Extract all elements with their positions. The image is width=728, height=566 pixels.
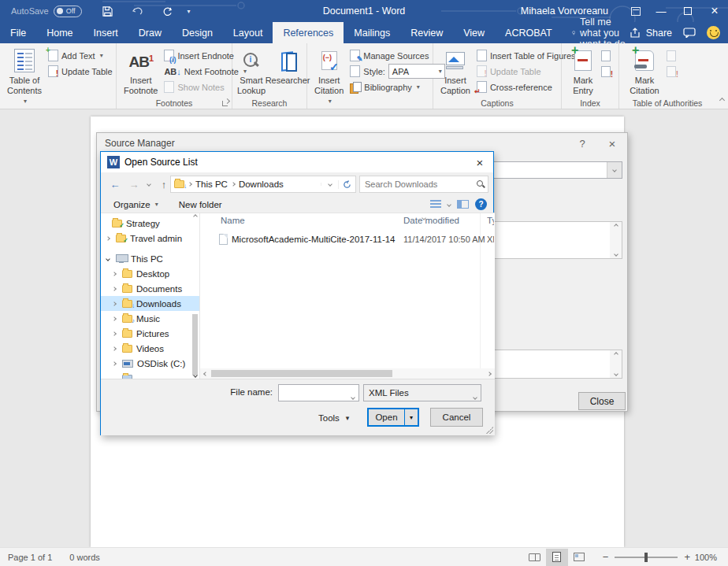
file-name-combobox[interactable] — [278, 384, 359, 401]
update-table-button[interactable]: ! Update Table — [46, 65, 115, 78]
comments-icon[interactable] — [683, 28, 696, 38]
expand-chevron-icon[interactable] — [112, 272, 117, 276]
tab-mailings[interactable]: Mailings — [344, 22, 400, 43]
source-manager-close-button[interactable]: × — [597, 137, 627, 150]
researcher-button[interactable]: Researcher — [269, 46, 306, 98]
insert-table-of-authorities-icon[interactable] — [667, 50, 676, 61]
search-icon[interactable] — [477, 180, 485, 188]
new-folder-button[interactable]: New folder — [179, 200, 222, 209]
zoom-slider[interactable] — [615, 557, 678, 558]
print-layout-button[interactable] — [546, 549, 568, 566]
file-row[interactable]: MicrosoftAcademic-MultiCite-2017-11-14 1… — [200, 232, 495, 246]
open-dropdown-button[interactable]: ▾ — [404, 409, 418, 425]
breadcrumb-this-pc[interactable]: This PC — [195, 179, 228, 189]
share-button[interactable]: Share — [630, 28, 672, 39]
web-layout-button[interactable] — [568, 549, 590, 566]
nav-item-osdisk[interactable]: OSDisk (C:) — [101, 356, 199, 371]
mark-citation-button[interactable]: Mark Citation — [624, 46, 665, 98]
add-text-button[interactable]: + Add Text▾ — [46, 49, 115, 62]
file-type-combobox[interactable]: XML Files — [363, 384, 481, 401]
recent-locations-caret[interactable] — [143, 183, 154, 186]
smart-lookup-button[interactable]: Smart Lookup — [235, 46, 268, 98]
preview-pane-icon[interactable] — [457, 200, 469, 209]
table-of-contents-button[interactable]: Table of Contents▾ — [5, 46, 44, 108]
zoom-slider-thumb[interactable] — [644, 553, 648, 562]
back-button[interactable]: ← — [106, 176, 124, 193]
organize-button[interactable]: Organize ▾ — [113, 200, 158, 209]
column-header-date-modified[interactable]: Date modified — [403, 216, 459, 225]
preview-scrollbar[interactable] — [610, 350, 622, 378]
expand-chevron-icon[interactable] — [106, 236, 110, 241]
feedback-smiley-icon[interactable] — [707, 26, 720, 39]
nav-item-pictures[interactable]: Pictures — [101, 326, 199, 341]
manage-sources-button[interactable]: ✎ Manage Sources — [347, 49, 448, 62]
nav-item-documents[interactable]: Documents — [101, 281, 199, 296]
tell-me-box[interactable]: Tell me what you want to do — [572, 22, 630, 43]
forward-button[interactable]: → — [124, 176, 143, 193]
search-input[interactable] — [360, 179, 477, 189]
zoom-level[interactable]: 100% — [690, 553, 717, 562]
insert-footnote-button[interactable]: AB1 Insert Footnote — [121, 46, 160, 98]
ribbon-display-options-button[interactable] — [624, 0, 648, 22]
close-window-button[interactable]: × — [701, 0, 728, 22]
nav-item-videos[interactable]: Videos — [101, 341, 199, 356]
cancel-button[interactable]: Cancel — [430, 408, 483, 427]
sidebar-scrollbar-thumb[interactable] — [192, 314, 198, 375]
tab-design[interactable]: Design — [172, 22, 223, 43]
expand-chevron-icon[interactable] — [112, 346, 117, 351]
maximize-button[interactable] — [674, 0, 701, 22]
resize-grip[interactable] — [486, 427, 493, 434]
tab-acrobat[interactable]: ACROBAT — [495, 22, 563, 43]
read-mode-button[interactable] — [524, 549, 546, 566]
nav-item-this-pc[interactable]: This PC — [101, 251, 199, 266]
word-count[interactable]: 0 words — [69, 553, 100, 562]
customize-qat-caret[interactable]: ▾ — [188, 8, 191, 15]
address-dropdown-button[interactable] — [321, 183, 338, 186]
source-manager-help-button[interactable]: ? — [567, 138, 597, 150]
nav-item-desktop[interactable]: Desktop — [101, 266, 199, 281]
tools-button[interactable]: Tools ▾ — [318, 409, 349, 427]
column-header-type[interactable]: Type — [487, 216, 494, 225]
bibliography-button[interactable]: Bibliography▾ — [347, 80, 448, 94]
current-list-scrollbar[interactable] — [610, 222, 622, 258]
horizontal-scrollbar-thumb[interactable] — [211, 370, 392, 377]
zoom-in-button[interactable]: + — [684, 551, 690, 563]
tab-references[interactable]: References — [273, 22, 344, 43]
undo-button[interactable] — [126, 2, 150, 20]
tab-view[interactable]: View — [453, 22, 495, 43]
view-dropdown-caret[interactable] — [447, 202, 451, 207]
file-name-input[interactable] — [279, 385, 342, 401]
source-manager-close-dialog-button[interactable]: Close — [578, 392, 626, 410]
autosave-toggle[interactable]: Off — [54, 6, 82, 17]
expand-chevron-icon[interactable] — [112, 316, 117, 321]
expand-chevron-icon[interactable] — [112, 361, 117, 366]
redo-button[interactable] — [156, 2, 180, 20]
nav-item-downloads[interactable]: ↓ Downloads — [101, 296, 199, 311]
address-bar[interactable]: ↓ This PC Downloads — [170, 176, 356, 193]
collapse-ribbon-button[interactable] — [715, 43, 728, 109]
tab-insert[interactable]: Insert — [84, 22, 128, 43]
breadcrumb-downloads[interactable]: Downloads — [239, 179, 284, 189]
insert-citation-button[interactable]: Insert Citation▾ — [312, 46, 346, 108]
tab-layout[interactable]: Layout — [223, 22, 273, 43]
update-table-of-authorities-icon[interactable] — [667, 66, 676, 77]
collapse-chevron-icon[interactable] — [106, 257, 110, 261]
nav-item-partial[interactable] — [101, 371, 199, 379]
sidebar-scrollbar[interactable] — [191, 213, 199, 379]
insert-caption-button[interactable]: Insert Caption — [438, 46, 473, 98]
expand-chevron-icon[interactable] — [112, 331, 117, 336]
minimize-button[interactable]: — — [648, 0, 674, 22]
insert-index-icon[interactable] — [601, 50, 611, 61]
page-indicator[interactable]: Page 1 of 1 — [8, 553, 52, 562]
open-dialog-close-button[interactable]: × — [470, 154, 490, 171]
footnotes-dialog-launcher[interactable] — [221, 99, 229, 107]
expand-chevron-icon[interactable] — [112, 287, 117, 291]
nav-item-travel-admin[interactable]: ✓ Travel admin — [101, 231, 199, 246]
combobox-caret-button[interactable] — [607, 162, 622, 178]
user-name[interactable]: Mihaela Vorvoreanu — [521, 6, 608, 17]
expand-chevron-icon[interactable] — [112, 301, 117, 306]
help-icon[interactable]: ? — [475, 198, 487, 210]
column-header-name[interactable]: Name — [221, 216, 245, 225]
update-index-icon[interactable] — [601, 66, 611, 77]
save-button[interactable] — [96, 2, 120, 20]
